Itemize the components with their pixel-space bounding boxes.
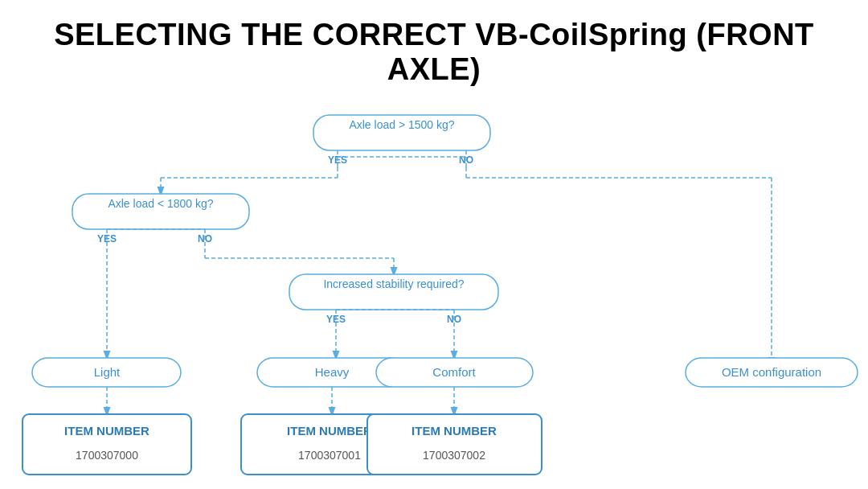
page: SELECTING THE CORRECT VB-CoilSpring (FRO…	[0, 0, 868, 489]
oem-label: OEM configuration	[722, 365, 821, 379]
node-axle1800-label: Axle load < 1800 kg?	[108, 197, 213, 210]
page-title: SELECTING THE CORRECT VB-CoilSpring (FRO…	[0, 0, 868, 95]
node-stability-label: Increased stability required?	[323, 277, 464, 290]
item1-number: 1700307001	[298, 449, 361, 462]
item2-number: 1700307002	[423, 449, 485, 462]
item0-number: 1700307000	[76, 449, 138, 462]
item1-title: ITEM NUMBER	[287, 424, 372, 438]
item2-title: ITEM NUMBER	[411, 424, 497, 438]
light-label: Light	[94, 365, 121, 379]
node-axle1500-label: Axle load > 1500 kg?	[349, 118, 454, 131]
comfort-label: Comfort	[432, 365, 476, 379]
diagram-area: Axle load > 1500 kg? YES NO Axle load < …	[0, 99, 868, 489]
heavy-label: Heavy	[315, 365, 350, 379]
item0-title: ITEM NUMBER	[64, 424, 149, 438]
